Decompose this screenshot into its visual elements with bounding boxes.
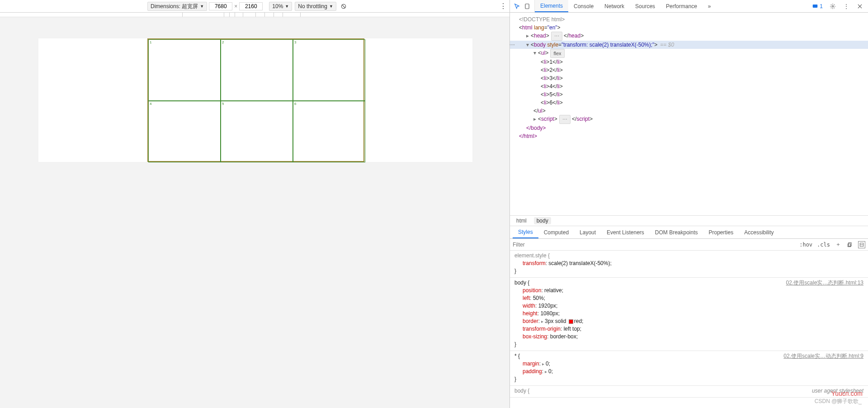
width-input[interactable] — [209, 2, 232, 10]
close-html: </html> — [519, 133, 537, 139]
dom-tree[interactable]: <!DOCTYPE html> <html lang="en"> ▸<head>… — [510, 13, 868, 215]
rule-element-style[interactable]: element.style { transform: scale(2) tran… — [510, 251, 868, 278]
close-body: </body> — [526, 125, 546, 131]
zoom-select[interactable]: 10% ▼ — [269, 2, 292, 11]
svg-rect-7 — [849, 242, 851, 246]
cls-toggle[interactable]: .cls — [817, 242, 830, 248]
preview-surface: 1 2 3 4 5 6 — [0, 17, 509, 408]
kebab-icon[interactable]: ⋮ — [500, 2, 507, 10]
throttle-value: No throttling — [298, 2, 327, 11]
copy-style-icon[interactable] — [846, 241, 854, 248]
svg-rect-3 — [813, 4, 818, 7]
msg-count: 1 — [820, 3, 823, 9]
zoom-value: 10% — [272, 2, 283, 11]
device-icon[interactable] — [524, 3, 531, 10]
plus-icon[interactable]: ＋ — [835, 241, 842, 248]
rotate-icon[interactable] — [340, 3, 347, 10]
dimension-x: × — [234, 3, 237, 9]
subtab-properties[interactable]: Properties — [703, 226, 739, 238]
color-swatch[interactable] — [569, 319, 573, 324]
ruler — [0, 13, 509, 17]
dimensions-label: Dimensions: 超宽屏 — [151, 2, 198, 11]
body-outline: 1 2 3 4 5 6 — [147, 38, 364, 162]
crumb-body[interactable]: body — [534, 217, 551, 224]
rule-source-link[interactable]: 02.使用scale实…态判断.html:13 — [786, 279, 863, 287]
grid-cell: 2 — [221, 39, 293, 101]
subtab-dom-breakpoints[interactable]: DOM Breakpoints — [650, 226, 703, 238]
grid-cell: 1 — [148, 39, 221, 101]
messages-pill[interactable]: 1 — [812, 3, 823, 9]
tag-html: html — [522, 24, 533, 31]
subtab-event-listeners[interactable]: Event Listeners — [601, 226, 650, 238]
caret-down-icon: ▼ — [200, 2, 204, 11]
kebab-icon[interactable]: ⋮ — [843, 3, 850, 10]
caret-down-icon: ▼ — [329, 2, 333, 11]
svg-line-1 — [342, 5, 345, 8]
rule-universal[interactable]: 02.使用scale实…动态判断.html:9 * { margin:▸0; p… — [510, 351, 868, 386]
styles-subtabs: Styles Computed Layout Event Listeners D… — [510, 226, 868, 239]
subtab-accessibility[interactable]: Accessibility — [739, 226, 779, 238]
devtools-tabs: Elements Console Network Sources Perform… — [510, 0, 868, 13]
tab-performance[interactable]: Performance — [660, 0, 703, 12]
watermark: CSDN @狮子歌歌_ — [815, 398, 862, 405]
doctype: <!DOCTYPE html> — [519, 16, 565, 23]
hov-toggle[interactable]: :hov — [799, 242, 812, 248]
filter-input[interactable] — [513, 242, 795, 248]
caret-down-icon: ▼ — [285, 2, 289, 11]
tag-script: script — [541, 116, 554, 122]
subtab-layout[interactable]: Layout — [574, 226, 601, 238]
tag-ul: ul — [541, 50, 545, 56]
tag-head: head — [534, 33, 546, 39]
svg-rect-2 — [525, 4, 529, 9]
grid-cell: 5 — [221, 101, 293, 162]
grid-cell: 3 — [293, 39, 365, 101]
rule-body[interactable]: 02.使用scale实…态判断.html:13 body { position:… — [510, 278, 868, 351]
rendered-page: 1 2 3 4 5 6 — [38, 38, 472, 162]
grid-cell: 4 — [148, 101, 221, 162]
svg-rect-8 — [848, 244, 851, 247]
breadcrumb[interactable]: html body — [510, 215, 868, 226]
rule-source-link[interactable]: 02.使用scale实…动态判断.html:9 — [783, 352, 863, 360]
subtab-computed[interactable]: Computed — [538, 226, 574, 238]
throttle-select[interactable]: No throttling ▼ — [295, 2, 336, 11]
selected-body-node[interactable]: ▾<body style="transform: scale(2) transl… — [510, 41, 868, 49]
tab-network[interactable]: Network — [599, 0, 630, 12]
filter-bar: :hov .cls ＋ — [510, 239, 868, 251]
tab-sources[interactable]: Sources — [630, 0, 660, 12]
crumb-html[interactable]: html — [516, 218, 527, 224]
svg-point-4 — [832, 5, 834, 7]
tab-more[interactable]: » — [703, 0, 717, 12]
watermark: Yuucn.com — [831, 390, 863, 397]
rule-ua-body[interactable]: user agent stylesheet body { — [510, 386, 868, 398]
close-icon[interactable] — [856, 3, 863, 10]
gear-icon[interactable] — [829, 3, 836, 10]
inspect-icon[interactable] — [514, 3, 521, 10]
device-toolbar: Dimensions: 超宽屏 ▼ × 10% ▼ No throttling … — [0, 0, 509, 13]
tab-elements[interactable]: Elements — [535, 0, 568, 12]
device-preview-pane: Dimensions: 超宽屏 ▼ × 10% ▼ No throttling … — [0, 0, 509, 408]
tab-console[interactable]: Console — [568, 0, 599, 12]
subtab-styles[interactable]: Styles — [513, 226, 538, 238]
dimensions-select[interactable]: Dimensions: 超宽屏 ▼ — [147, 2, 207, 11]
grid-cell: 6 — [293, 101, 365, 162]
styles-panel[interactable]: element.style { transform: scale(2) tran… — [510, 251, 868, 408]
height-input[interactable] — [239, 2, 263, 10]
flex-badge[interactable]: flex — [550, 49, 564, 58]
devtools-pane: Elements Console Network Sources Perform… — [509, 0, 868, 408]
computed-toggle-icon[interactable] — [858, 241, 865, 248]
